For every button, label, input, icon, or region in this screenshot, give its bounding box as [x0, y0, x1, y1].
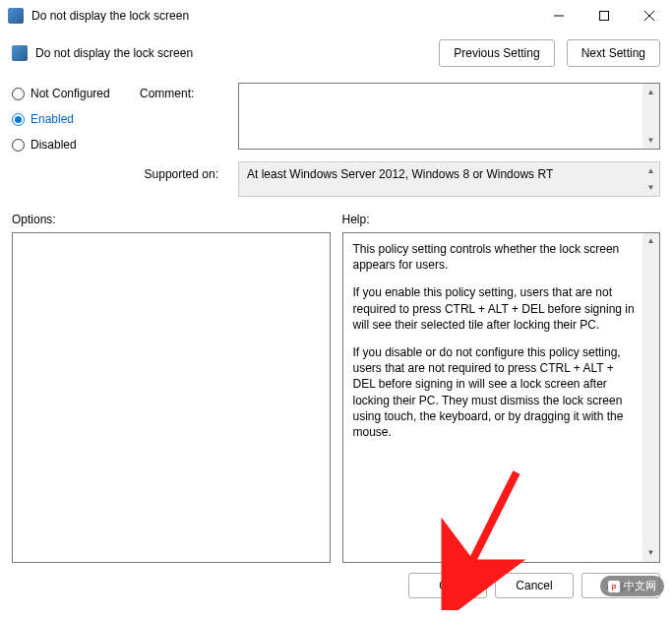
panels: Options: Help: This policy setting contr… — [0, 209, 672, 563]
config-row: Not Configured Enabled Disabled Comment:… — [0, 79, 672, 152]
scroll-down-icon: ▼ — [642, 132, 659, 149]
supported-on-value-box: At least Windows Server 2012, Windows 8 … — [238, 161, 660, 197]
svg-rect-1 — [600, 12, 609, 21]
watermark: p 中文网 — [600, 576, 664, 596]
radio-label: Disabled — [31, 138, 77, 152]
supported-on-row: Supported on: At least Windows Server 20… — [0, 152, 672, 209]
close-button[interactable] — [627, 0, 672, 31]
comment-label: Comment: — [140, 83, 228, 152]
radio-icon — [12, 88, 25, 100]
policy-name: Do not display the lock screen — [35, 46, 193, 60]
help-paragraph: If you disable or do not configure this … — [353, 344, 639, 440]
help-paragraph: This policy setting controls whether the… — [353, 241, 639, 273]
maximize-button[interactable] — [581, 0, 627, 31]
comment-textarea[interactable]: ▲ ▼ — [238, 83, 660, 150]
options-label: Options: — [12, 209, 331, 232]
options-box[interactable] — [12, 232, 331, 563]
subtitle-row: Do not display the lock screen Previous … — [0, 31, 672, 79]
scroll-up-icon: ▲ — [642, 162, 659, 179]
cancel-button[interactable]: Cancel — [495, 573, 574, 598]
scroll-down-icon: ▼ — [642, 545, 659, 562]
nav-buttons: Previous Setting Next Setting — [439, 39, 660, 67]
radio-label: Not Configured — [31, 87, 110, 100]
supported-on-value: At least Windows Server 2012, Windows 8 … — [247, 167, 553, 181]
radio-enabled[interactable]: Enabled — [12, 112, 140, 126]
state-radio-group: Not Configured Enabled Disabled — [12, 83, 140, 152]
scroll-down-icon: ▼ — [642, 179, 659, 196]
window-controls — [536, 0, 672, 31]
radio-icon — [12, 139, 25, 152]
help-paragraph: If you enable this policy setting, users… — [353, 284, 639, 333]
minimize-button[interactable] — [536, 0, 581, 31]
next-setting-button[interactable]: Next Setting — [567, 39, 660, 67]
policy-icon — [12, 45, 28, 61]
radio-label: Enabled — [31, 112, 74, 126]
scrollbar[interactable]: ▲ ▼ — [642, 84, 659, 149]
radio-icon — [12, 113, 25, 126]
scrollbar[interactable]: ▲ ▼ — [642, 162, 659, 196]
comment-section: Comment: ▲ ▼ — [140, 83, 660, 152]
radio-disabled[interactable]: Disabled — [12, 138, 140, 152]
titlebar: Do not display the lock screen — [0, 0, 672, 31]
help-panel: Help: This policy setting controls wheth… — [342, 209, 661, 563]
watermark-logo-icon: p — [608, 581, 620, 592]
help-box: This policy setting controls whether the… — [342, 232, 661, 563]
footer-buttons: OK Cancel Apply — [0, 563, 672, 608]
help-label: Help: — [342, 209, 661, 232]
scrollbar[interactable]: ▲ ▼ — [642, 233, 659, 562]
supported-on-label: Supported on: — [12, 161, 228, 197]
scroll-up-icon: ▲ — [642, 84, 659, 100]
scroll-up-icon: ▲ — [642, 233, 659, 250]
ok-button[interactable]: OK — [408, 573, 487, 598]
window-title: Do not display the lock screen — [31, 9, 536, 23]
radio-not-configured[interactable]: Not Configured — [12, 87, 140, 100]
previous-setting-button[interactable]: Previous Setting — [439, 39, 554, 67]
watermark-text: 中文网 — [624, 579, 656, 593]
options-panel: Options: — [12, 209, 331, 563]
policy-icon — [8, 8, 24, 24]
